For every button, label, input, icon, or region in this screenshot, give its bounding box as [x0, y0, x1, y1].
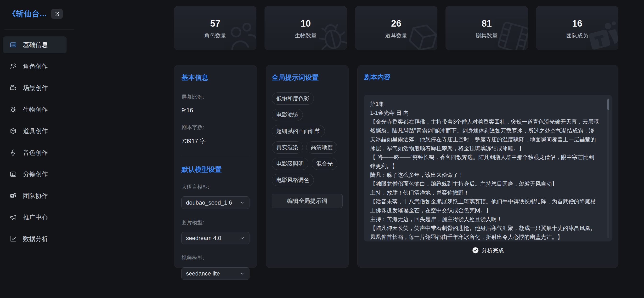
- script-line: 1-1金光寺 日 内: [370, 109, 600, 117]
- scrollbar-track[interactable]: [607, 98, 609, 238]
- sidebar-item-storyboard-creation[interactable]: 分镜创作: [3, 166, 66, 183]
- stats-row: 57 角色数量 10 生物数量 26 道具数量 81 剧集数量 16 团队成员: [174, 6, 618, 50]
- sidebar-item-data-analysis[interactable]: 数据分析: [3, 230, 66, 247]
- sidebar-item-label: 场景创作: [23, 84, 48, 92]
- project-header: 《斩仙台...: [8, 9, 63, 19]
- chevron-down-icon: [240, 271, 245, 276]
- sidebar-item-label: 道具创作: [23, 127, 48, 135]
- prompt-tag: 电影滤镜: [272, 109, 303, 121]
- stat-card-team-members: 16 团队成员: [536, 6, 618, 50]
- script-line: 【话音未落，十八武僧如金鹏展翅跃上琉璃瓦顶。他们手中镔铁长棍结阵，为首武僧的降魔…: [370, 197, 600, 215]
- scrollbar-thumb[interactable]: [607, 99, 609, 110]
- video-camera-icon: [10, 84, 17, 92]
- analysis-status-label: 分析完成: [482, 247, 504, 254]
- sidebar-item-character-creation[interactable]: 角色创作: [3, 58, 66, 75]
- stat-value: 26: [391, 19, 401, 28]
- stat-card-props: 26 道具数量: [355, 6, 438, 50]
- prompt-tag: 电影级照明: [272, 158, 308, 170]
- chevron-down-icon: [240, 235, 245, 241]
- word-count-label: 剧本字数:: [182, 124, 250, 131]
- image-model-label: 图片模型:: [182, 219, 250, 226]
- script-line: 主持：放肆！佛门清净地，岂容你撒野！: [370, 188, 600, 197]
- llm-select[interactable]: doubao_seed_1.6: [182, 196, 250, 209]
- image-model-select-value: seedream 4.0: [186, 235, 221, 241]
- line-chart-icon: [10, 235, 17, 242]
- sidebar-item-prop-creation[interactable]: 道具创作: [3, 123, 66, 139]
- prompt-tag: 超细腻的画面细节: [272, 125, 325, 137]
- sidebar-item-basic-info[interactable]: 基础信息: [3, 37, 66, 53]
- image-model-select[interactable]: seedream 4.0: [182, 232, 250, 244]
- sidebar: 《斩仙台... 基础信息 角色创作 场景创作: [0, 0, 79, 298]
- global-prompts-heading: 全局提示词设置: [272, 74, 342, 82]
- sidebar-item-label: 分镜创作: [23, 170, 48, 178]
- project-title: 《斩仙台...: [8, 9, 47, 19]
- stat-label: 团队成员: [566, 33, 588, 38]
- stat-value: 10: [301, 19, 311, 28]
- prompt-tag: 混合光: [312, 158, 337, 170]
- stat-card-creatures: 10 生物数量: [264, 6, 347, 50]
- image-icon: [10, 171, 17, 178]
- bug-icon: [10, 106, 17, 113]
- sidebar-item-label: 数据分析: [23, 235, 48, 243]
- script-line: 【独眼龙僧侣面色惨白，踉跄躲到主持身后。主持怒目圆睁，袈裟无风自动】: [370, 179, 600, 188]
- sidebar-item-voice-creation[interactable]: 音色创作: [3, 144, 66, 161]
- screen-ratio-value: 9:16: [182, 107, 250, 114]
- script-text-area[interactable]: 第1集 1-1金光寺 日 内 【金光寺香客都在拜佛，主持带着3个僧人对着香客回礼…: [364, 95, 612, 241]
- stat-value: 81: [482, 19, 492, 28]
- global-prompts-panel: 全局提示词设置 低饱和度色彩 电影滤镜 超细腻的画面细节 真实渲染 高清晰度 电…: [266, 65, 348, 268]
- stat-value: 57: [210, 19, 220, 28]
- cube-icon: [10, 127, 17, 135]
- sidebar-item-creature-creation[interactable]: 生物创作: [3, 101, 66, 118]
- sidebar-item-label: 基础信息: [23, 41, 48, 49]
- list-icon: [10, 41, 17, 48]
- stat-label: 道具数量: [385, 33, 407, 38]
- llm-label: 大语言模型:: [182, 183, 250, 191]
- prompt-tag: 低饱和度色彩: [272, 93, 314, 105]
- prompt-tag: 真实渲染: [272, 141, 303, 154]
- section-divider: [182, 156, 250, 156]
- script-content-panel: 剧本内容 第1集 1-1金光寺 日 内 【金光寺香客都在拜佛，主持带着3个僧人对…: [358, 65, 618, 268]
- script-line: 第1集: [370, 100, 600, 109]
- sidebar-item-promotion-center[interactable]: 推广中心: [3, 209, 66, 226]
- sidebar-item-label: 团队协作: [23, 192, 48, 200]
- script-line: 陆凡：躲了这么多年，该出来偿命了！: [370, 171, 600, 179]
- pencil-square-icon: [54, 11, 60, 17]
- sidebar-divider: [4, 29, 74, 30]
- check-circle-icon: [472, 247, 479, 254]
- script-line: 【“咚——咚——”警钟长鸣，香客四散奔逃。陆凡剑指人群中那个独眼龙僧侣，眼中寒芒…: [370, 153, 600, 171]
- microphone-icon: [10, 149, 17, 156]
- llm-select-value: doubao_seed_1.6: [186, 199, 232, 206]
- sidebar-item-team-collaboration[interactable]: 团队协作: [3, 187, 66, 204]
- stat-card-characters: 57 角色数量: [174, 6, 256, 50]
- megaphone-icon: [10, 214, 17, 221]
- video-model-select-value: seedance lite: [186, 270, 220, 277]
- video-model-select[interactable]: seedance lite: [182, 267, 250, 280]
- prompt-tag: 电影风格调色: [272, 174, 314, 186]
- model-settings-heading: 默认模型设置: [182, 166, 250, 173]
- sidebar-item-label: 角色创作: [23, 62, 48, 71]
- word-count-value: 73917 字: [182, 137, 250, 145]
- stat-label: 角色数量: [204, 33, 226, 38]
- prompt-tag: 高清晰度: [306, 141, 337, 154]
- prompt-tags: 低饱和度色彩 电影滤镜 超细腻的画面细节 真实渲染 高清晰度 电影级照明 混合光…: [272, 93, 342, 186]
- chevron-down-icon: [240, 200, 245, 205]
- sidebar-item-label: 推广中心: [23, 213, 48, 222]
- basic-info-panel: 基本信息 屏幕比例: 9:16 剧本字数: 73917 字 默认模型设置 大语言…: [174, 65, 257, 268]
- script-content-heading: 剧本内容: [364, 74, 612, 81]
- script-line: 主持：苦海无边，回头是岸，施主得饶人处且饶人啊！: [370, 215, 600, 224]
- teams-icon: [10, 192, 17, 199]
- edit-global-prompts-button[interactable]: 编辑全局提示词: [272, 194, 342, 208]
- stat-value: 16: [572, 19, 582, 28]
- sidebar-menu: 基础信息 角色创作 场景创作 生物创作 道具创作: [3, 37, 66, 247]
- sidebar-item-label: 生物创作: [23, 105, 48, 114]
- stat-label: 生物数量: [295, 33, 317, 38]
- script-line: 【金光寺香客都在拜佛，主持带着3个僧人对着香客回礼，突然一道青色流光破开天幕，云…: [370, 117, 600, 153]
- analysis-status: 分析完成: [364, 247, 612, 254]
- sidebar-item-scene-creation[interactable]: 场景创作: [3, 80, 66, 96]
- edit-project-title-button[interactable]: [51, 9, 63, 19]
- basic-info-heading: 基本信息: [182, 74, 250, 82]
- screen-ratio-label: 屏幕比例:: [182, 93, 250, 101]
- sidebar-item-label: 音色创作: [23, 149, 48, 157]
- people-icon: [10, 63, 17, 70]
- stat-label: 剧集数量: [476, 33, 498, 38]
